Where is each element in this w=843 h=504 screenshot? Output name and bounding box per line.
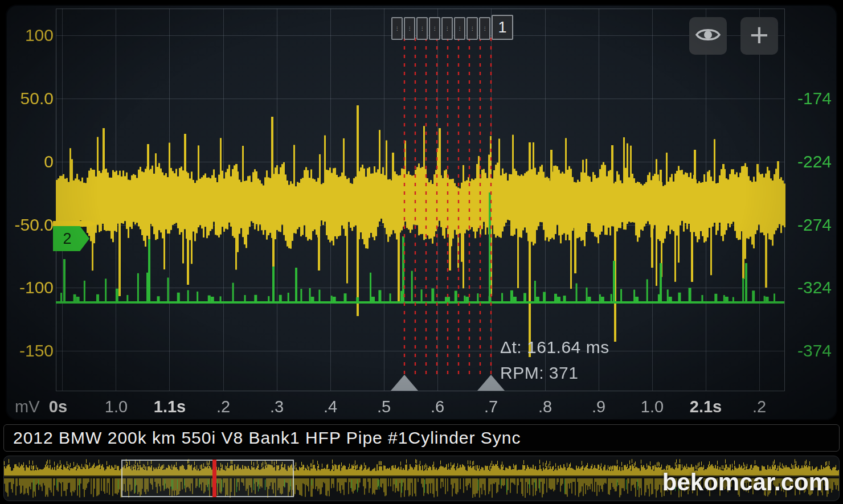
time-axis-tick-label: .6: [410, 395, 465, 418]
rpm-readout: RPM: 371: [500, 363, 578, 383]
cursor-flag-1[interactable]: 1: [492, 15, 513, 40]
channel1-level-marker[interactable]: [53, 221, 96, 227]
cursor-flag[interactable]: ⋮: [441, 17, 453, 40]
left-axis-unit-label: mV: [15, 395, 40, 418]
time-cursor-handle-1[interactable]: [391, 375, 418, 391]
cursor-flag[interactable]: ⋮: [466, 17, 478, 40]
time-axis-tick-label: 1.1s: [142, 395, 197, 418]
time-axis-tick-label: .8: [518, 395, 572, 418]
time-axis-tick-label: .5: [357, 395, 411, 418]
right-axis-tick-label: -324: [797, 277, 837, 298]
left-axis-tick-label: -50.0: [14, 214, 54, 236]
channel2-marker-label: 2: [63, 230, 71, 248]
left-axis-tick-label: 50.0: [14, 88, 54, 109]
cursor-flag[interactable]: ⋮: [416, 17, 428, 40]
time-axis-tick-label: .2: [196, 395, 251, 418]
visibility-button[interactable]: [689, 17, 727, 55]
time-axis-tick-label: 1.0: [625, 395, 680, 418]
right-axis-tick-label: -374: [797, 340, 837, 362]
right-axis-tick-label: -174: [797, 88, 837, 109]
right-axis-tick-label: -224: [797, 151, 837, 173]
left-axis-tick-label: 0: [14, 151, 54, 173]
scope-display: 10050.00-50.0-100-150 -174-224-274-324-3…: [6, 5, 837, 420]
left-axis-tick-label: -100: [14, 277, 54, 298]
right-axis-tick-label: -274: [797, 214, 837, 236]
eye-icon: [695, 26, 721, 46]
left-axis-tick-label: 100: [14, 24, 54, 46]
plus-icon: +: [750, 18, 769, 51]
time-axis-tick-label: .4: [303, 395, 358, 418]
time-axis-tick-label: .7: [464, 395, 518, 418]
time-axis-tick-label: 1.0: [89, 395, 144, 418]
cursor-flag[interactable]: ⋮: [479, 17, 490, 40]
minimap-view-selection[interactable]: [121, 460, 294, 497]
time-axis-tick-label: .9: [571, 395, 626, 418]
add-button[interactable]: +: [740, 17, 778, 55]
delta-t-readout: Δt: 161.64 ms: [500, 338, 609, 357]
cursor-flag[interactable]: ⋮: [391, 17, 403, 40]
recording-title: 2012 BMW 200k km 550i V8 Bank1 HFP Pipe …: [4, 428, 521, 448]
left-axis-tick-label: -150: [14, 340, 54, 362]
cursor-flag[interactable]: ⋮: [404, 17, 415, 40]
minimap-cursor-line[interactable]: [212, 460, 216, 497]
time-axis-tick-label: 2.1s: [678, 395, 733, 418]
watermark: bekomcar.com: [662, 469, 830, 496]
app-frame: 10050.00-50.0-100-150 -174-224-274-324-3…: [0, 0, 843, 504]
recording-title-bar: 2012 BMW 200k km 550i V8 Bank1 HFP Pipe …: [3, 424, 840, 452]
cursor-flag-strip: ⋮⋮⋮⋮⋮⋮⋮⋮1: [391, 15, 513, 40]
cursor-flag[interactable]: ⋮: [454, 17, 465, 40]
time-axis-tick-label: .3: [249, 395, 304, 418]
waveform-canvas[interactable]: [6, 5, 837, 420]
time-axis-tick-label: .2: [732, 395, 787, 418]
overview-minimap: bekomcar.com: [3, 456, 840, 501]
cursor-flag[interactable]: ⋮: [429, 17, 440, 40]
